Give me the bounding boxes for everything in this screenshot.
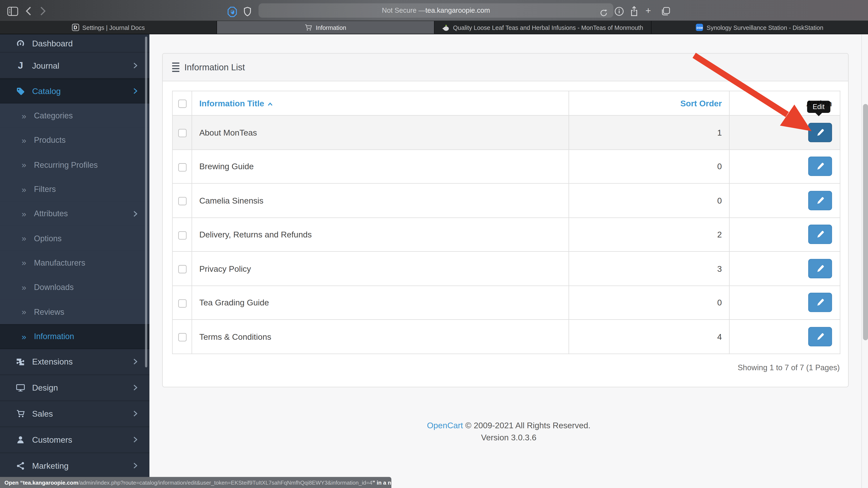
page-scrollbar-thumb[interactable] [863, 104, 868, 340]
sidebar-item-journal[interactable]: J Journal [0, 53, 149, 78]
edit-button[interactable] [808, 259, 832, 278]
sidebar-item-catalog[interactable]: Catalog [0, 78, 149, 104]
edit-button[interactable] [808, 293, 832, 312]
sidebar-item-label: Design [32, 383, 58, 392]
information-table: Information Title Sort Order Action Abou… [172, 91, 840, 354]
puzzle-icon [15, 357, 26, 366]
back-icon[interactable] [25, 4, 32, 18]
double-angle-icon: » [22, 283, 26, 292]
reload-icon[interactable] [599, 6, 608, 20]
double-angle-icon: » [22, 135, 26, 145]
url-security-label: Not Secure — [382, 6, 425, 14]
share-icon[interactable] [630, 4, 638, 18]
tag-icon [15, 87, 26, 96]
shield-icon[interactable] [244, 5, 251, 19]
footer: OpenCart © 2009-2021 All Rights Reserved… [149, 419, 868, 444]
double-angle-icon: » [22, 258, 26, 267]
edit-button[interactable] [808, 327, 832, 346]
address-bar[interactable]: Not Secure — tea.kangaroopie.com [258, 3, 613, 18]
sidebar-item-customers[interactable]: Customers [0, 427, 149, 453]
chevron-right-icon [133, 463, 137, 469]
select-all-checkbox[interactable] [178, 100, 186, 108]
row-checkbox[interactable] [178, 231, 186, 239]
row-title: Camelia Sinensis [192, 184, 569, 218]
dsm-favicon: DSM [696, 24, 703, 31]
table-row: Tea Grading Guide 0 [173, 286, 840, 320]
row-title: Tea Grading Guide [192, 286, 569, 320]
edit-button[interactable] [808, 225, 832, 244]
new-tab-icon[interactable]: + [646, 4, 651, 18]
column-header-title[interactable]: Information Title [192, 91, 569, 116]
row-checkbox[interactable] [178, 299, 186, 307]
browser-tab-synology[interactable]: DSM Synology Surveillance Station - Disk… [651, 21, 868, 34]
row-title: About MonTeas [192, 116, 569, 150]
row-checkbox[interactable] [178, 129, 186, 137]
edit-button[interactable] [808, 191, 832, 210]
gauge-icon [15, 39, 26, 48]
screenshot-stage: Not Secure — tea.kangaroopie.com + D Set… [0, 0, 868, 488]
browser-tab-bar: D Settings | Journal Docs Information Qu… [0, 21, 868, 34]
double-angle-icon: » [22, 332, 26, 341]
sidebar-item-label: Marketing [32, 461, 69, 470]
sidebar-item-label: Dashboard [32, 38, 73, 48]
edit-tooltip: Edit [807, 101, 830, 113]
sidebar-item-design[interactable]: Design [0, 375, 149, 401]
sidebar-item-products[interactable]: »Products [0, 128, 149, 153]
row-checkbox[interactable] [178, 333, 186, 341]
edit-button[interactable] [808, 157, 832, 176]
opencart-admin: Dashboard J Journal Catalog »Categories … [0, 34, 868, 488]
content-blocker-icon[interactable] [227, 5, 237, 19]
double-angle-icon: » [22, 209, 26, 218]
table-row: About MonTeas 1 [173, 116, 840, 150]
status-link-suffix: ” in a new tab [372, 480, 392, 486]
page-scrollbar[interactable] [862, 34, 868, 488]
journal-docs-favicon: D [72, 24, 79, 31]
double-angle-icon: » [22, 111, 26, 120]
opencart-link[interactable]: OpenCart [427, 420, 463, 430]
sidebar-item-label: Customers [32, 435, 72, 444]
version-text: Version 3.0.3.6 [149, 432, 868, 444]
browser-tab-monteas[interactable]: Quality Loose Leaf Teas and Herbal Infus… [434, 21, 651, 34]
sidebar-item-marketing[interactable]: Marketing [0, 453, 149, 479]
sidebar-item-categories[interactable]: »Categories [0, 103, 149, 128]
sidebar-scrollbar[interactable] [145, 36, 147, 367]
edit-button[interactable] [808, 123, 832, 142]
forward-icon[interactable] [40, 4, 46, 18]
row-checkbox[interactable] [178, 163, 186, 171]
sidebar-item-options[interactable]: »Options [0, 226, 149, 251]
double-angle-icon: » [22, 185, 26, 194]
sidebar-item-recurring-profiles[interactable]: »Recurring Profiles [0, 153, 149, 177]
browser-tab-information[interactable]: Information [217, 21, 434, 34]
panel-header: Information List [163, 54, 848, 82]
sidebar-item-downloads[interactable]: »Downloads [0, 275, 149, 299]
sidebar-item-sales[interactable]: Sales [0, 401, 149, 427]
sidebar-item-manufacturers[interactable]: »Manufacturers [0, 251, 149, 275]
row-sort-order: 0 [569, 149, 730, 184]
row-sort-order: 4 [569, 320, 730, 354]
cart-favicon [305, 24, 313, 31]
row-checkbox[interactable] [178, 197, 186, 205]
info-icon[interactable] [615, 4, 624, 18]
sidebar-item-information[interactable]: »Information [0, 324, 149, 349]
sidebar-item-attributes[interactable]: »Attributes [0, 201, 149, 226]
chevron-right-icon [133, 88, 137, 94]
select-all-cell [173, 91, 192, 116]
browser-tab-journal-docs[interactable]: D Settings | Journal Docs [0, 21, 217, 34]
sidebar-item-label: Catalog [32, 87, 61, 96]
sidebar-item-reviews[interactable]: »Reviews [0, 299, 149, 324]
sort-asc-icon [268, 98, 273, 108]
sidebar-item-extensions[interactable]: Extensions [0, 349, 149, 375]
column-header-sort-order[interactable]: Sort Order [569, 91, 730, 116]
sidebar-toggle-icon[interactable] [7, 4, 18, 18]
sidebar-item-dashboard[interactable]: Dashboard [0, 34, 149, 53]
row-sort-order: 2 [569, 218, 730, 252]
row-sort-order: 1 [569, 116, 730, 150]
row-checkbox[interactable] [178, 265, 186, 273]
status-link-path: /admin/index.php?route=catalog/informati… [78, 480, 372, 486]
double-angle-icon: » [22, 160, 26, 169]
admin-sidebar: Dashboard J Journal Catalog »Categories … [0, 34, 149, 488]
tab-overview-icon[interactable] [661, 4, 670, 18]
status-bar: Open “tea.kangaroopie.com/admin/index.ph… [0, 477, 392, 488]
double-angle-icon: » [22, 234, 26, 243]
sidebar-item-filters[interactable]: »Filters [0, 177, 149, 202]
